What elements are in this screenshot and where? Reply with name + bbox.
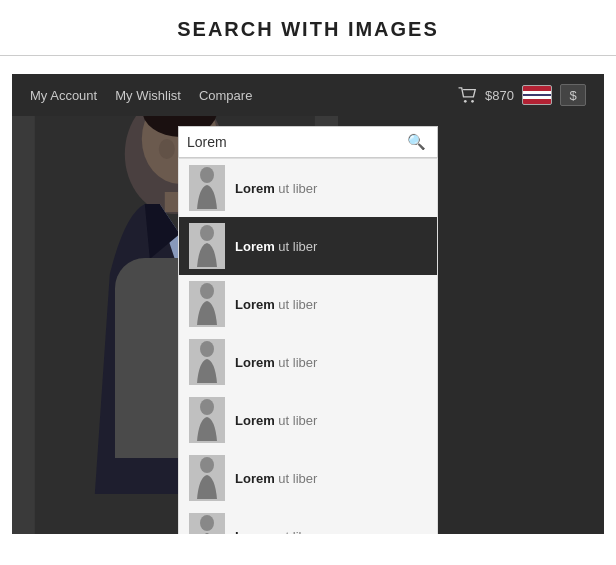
item-bold-text: Lorem <box>235 471 275 486</box>
top-nav: My Account My Wishlist Compare $870 $ <box>12 74 604 116</box>
svg-point-15 <box>200 341 214 357</box>
item-bold-text: Lorem <box>235 239 275 254</box>
item-light-text: ut liber <box>275 355 318 370</box>
dropdown-item[interactable]: Lorem ut liber <box>179 159 437 217</box>
dropdown-item[interactable]: Lorem ut liber <box>179 507 437 534</box>
product-thumbnail <box>189 397 225 443</box>
dropdown-item-text: Lorem ut liber <box>235 469 317 487</box>
page-title: SEARCH WITH IMAGES <box>0 18 616 41</box>
compare-link[interactable]: Compare <box>199 88 252 103</box>
nav-links: My Account My Wishlist Compare <box>30 88 252 103</box>
dropdown-item-text: Lorem ut liber <box>235 179 317 197</box>
item-bold-text: Lorem <box>235 355 275 370</box>
nav-right: $870 $ <box>457 84 586 106</box>
search-input-wrap: 🔍 <box>178 126 438 158</box>
product-thumbnail <box>189 165 225 211</box>
dropdown-item-text: Lorem ut liber <box>235 527 317 534</box>
my-wishlist-link[interactable]: My Wishlist <box>115 88 181 103</box>
svg-point-13 <box>200 283 214 299</box>
item-bold-text: Lorem <box>235 413 275 428</box>
item-light-text: ut liber <box>275 529 318 534</box>
svg-point-7 <box>471 100 474 103</box>
item-light-text: ut liber <box>275 471 318 486</box>
flag-button[interactable] <box>522 85 552 105</box>
item-bold-text: Lorem <box>235 297 275 312</box>
dropdown-item[interactable]: Lorem ut liber <box>179 449 437 507</box>
dropdown-item[interactable]: Lorem ut liber <box>179 391 437 449</box>
dropdown-item-text: Lorem ut liber <box>235 237 317 255</box>
dropdown-item-text: Lorem ut liber <box>235 295 317 313</box>
dropdown-item-text: Lorem ut liber <box>235 353 317 371</box>
item-light-text: ut liber <box>275 239 318 254</box>
product-thumbnail <box>189 281 225 327</box>
dropdown-item[interactable]: Lorem ut liber <box>179 217 437 275</box>
svg-point-21 <box>200 515 214 531</box>
svg-point-11 <box>200 225 214 241</box>
search-button[interactable]: 🔍 <box>399 127 434 157</box>
item-light-text: ut liber <box>275 413 318 428</box>
search-icon: 🔍 <box>407 133 426 150</box>
svg-point-6 <box>464 100 467 103</box>
dropdown-item[interactable]: Lorem ut liber <box>179 275 437 333</box>
search-dropdown: Lorem ut liber Lorem ut liber Lorem ut l… <box>178 158 438 534</box>
svg-point-9 <box>200 167 214 183</box>
item-light-text: ut liber <box>275 181 318 196</box>
currency-button[interactable]: $ <box>560 84 586 106</box>
search-bar-wrap: 🔍 Lorem ut liber Lorem ut liber Lorem ut… <box>12 116 604 158</box>
my-account-link[interactable]: My Account <box>30 88 97 103</box>
dropdown-item[interactable]: Lorem ut liber <box>179 333 437 391</box>
cart-price: $870 <box>485 88 514 103</box>
product-thumbnail <box>189 455 225 501</box>
svg-point-17 <box>200 399 214 415</box>
item-light-text: ut liber <box>275 297 318 312</box>
product-thumbnail <box>189 339 225 385</box>
svg-point-19 <box>200 457 214 473</box>
product-thumbnail <box>189 513 225 534</box>
item-bold-text: Lorem <box>235 181 275 196</box>
search-input[interactable] <box>179 128 399 156</box>
dropdown-item-text: Lorem ut liber <box>235 411 317 429</box>
item-bold-text: Lorem <box>235 529 275 534</box>
cart-button[interactable]: $870 <box>457 86 514 104</box>
browser-frame: My Account My Wishlist Compare $870 $ 🔍 <box>12 74 604 534</box>
product-thumbnail <box>189 223 225 269</box>
cart-icon <box>457 86 479 104</box>
page-header: SEARCH WITH IMAGES <box>0 0 616 56</box>
